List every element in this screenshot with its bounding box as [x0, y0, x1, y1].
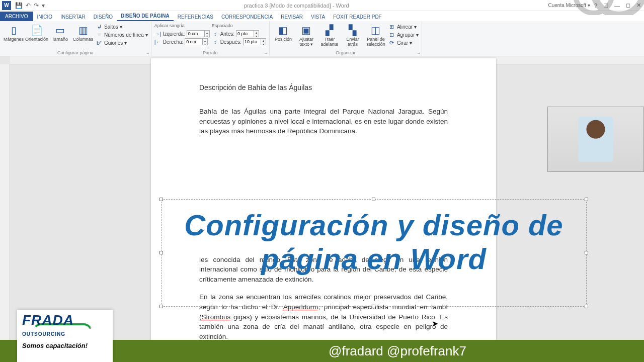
- webcam-overlay: [547, 107, 644, 172]
- breaks-icon: ↲: [96, 23, 103, 30]
- resize-handle-tm[interactable]: [372, 198, 375, 201]
- indent-left-row: →|Izquierda: ▴▾: [154, 30, 210, 37]
- account-menu[interactable]: Cuenta Microsoft ▾: [548, 3, 590, 8]
- group-label-arrange[interactable]: Organizar: [273, 50, 419, 56]
- alinear-button[interactable]: ⊞Alinear ▾: [388, 23, 419, 30]
- undo-icon[interactable]: ↶: [26, 2, 31, 9]
- window-title: practica 3 [Modo de compatibilidad] - Wo…: [45, 3, 548, 9]
- resize-handle-mr[interactable]: [585, 251, 588, 254]
- tab-foxit[interactable]: FOXIT READER PDF: [329, 13, 386, 21]
- doc-heading[interactable]: Descripción de Bahía de las Águilas: [199, 83, 448, 92]
- orientation-icon: 📄: [30, 23, 44, 37]
- social-handles: @fradard @profefrank7: [329, 343, 466, 359]
- minimize-icon[interactable]: —: [614, 3, 620, 9]
- tab-insertar[interactable]: INSERTAR: [56, 13, 90, 21]
- indent-left-input[interactable]: ▴▾: [187, 30, 210, 37]
- columnas-button[interactable]: ▥Columnas: [72, 22, 94, 42]
- save-icon[interactable]: 💾: [15, 2, 23, 9]
- position-icon: ◧: [276, 23, 290, 37]
- spacing-after-input[interactable]: ▴▾: [243, 38, 266, 45]
- tab-vista[interactable]: VISTA: [307, 13, 329, 21]
- posicion-button[interactable]: ◧Posición: [273, 22, 294, 42]
- wordart-text[interactable]: Configuración y diseño de página en Word: [162, 200, 586, 285]
- spacing-before-row: ↕Antes: ▴▾: [212, 30, 266, 37]
- girar-button[interactable]: ⟳Girar ▾: [388, 39, 419, 46]
- selection-pane-icon: ◫: [369, 23, 383, 37]
- tamano-button[interactable]: ▭Tamaño: [49, 22, 70, 42]
- hyphenation-icon: bᶜ: [96, 39, 103, 46]
- resize-handle-bl[interactable]: [159, 305, 163, 308]
- resize-handle-tl[interactable]: [159, 198, 163, 201]
- ribbon-tabs: ARCHIVO INICIO INSERTAR DISEÑO DISEÑO DE…: [0, 11, 644, 21]
- group-arrange: ◧Posición ▣Ajustar texto ▾ ▞Traer adelan…: [270, 21, 422, 56]
- maximize-icon[interactable]: ◻: [626, 2, 630, 9]
- wordart-selection-frame[interactable]: Configuración y diseño de página en Word: [161, 199, 587, 307]
- ribbon: ▯Márgenes 📄Orientación ▭Tamaño ▥Columnas…: [0, 21, 644, 56]
- numeros-linea-button[interactable]: ≡Números de línea ▾: [96, 31, 148, 38]
- logo-tagline: Somos capacitación!: [22, 342, 108, 349]
- align-icon: ⊞: [388, 23, 395, 30]
- agrupar-button[interactable]: ⊡Agrupar ▾: [388, 31, 419, 38]
- window-controls: ? ▢ — ◻ ✕: [594, 2, 641, 9]
- tab-diseno[interactable]: DISEÑO: [90, 13, 117, 21]
- traer-adelante-button[interactable]: ▞Traer adelante: [319, 22, 340, 47]
- margins-icon: ▯: [7, 23, 21, 37]
- bring-forward-icon: ▞: [323, 23, 337, 37]
- group-label-page-setup[interactable]: Configurar página: [3, 50, 148, 56]
- tab-inicio[interactable]: INICIO: [33, 13, 57, 21]
- quick-access-toolbar: 💾 ↶ ↷ ▾: [15, 2, 45, 9]
- redo-icon[interactable]: ↷: [34, 2, 39, 9]
- tab-diseno-pagina[interactable]: DISEÑO DE PÁGINA: [117, 12, 174, 21]
- doc-paragraph-1[interactable]: Bahía de las Águilas una parte integral …: [199, 107, 448, 136]
- size-icon: ▭: [53, 23, 67, 37]
- group-icon: ⊡: [388, 31, 395, 38]
- line-numbers-icon: ≡: [96, 31, 103, 38]
- resize-handle-tr[interactable]: [585, 198, 588, 201]
- logo-brand: FRADA: [22, 314, 108, 326]
- tab-revisar[interactable]: REVISAR: [277, 13, 307, 21]
- word-app-icon: W: [2, 1, 11, 10]
- tab-archivo[interactable]: ARCHIVO: [0, 12, 33, 21]
- title-bar: W 💾 ↶ ↷ ▾ practica 3 [Modo de compatibil…: [0, 0, 644, 11]
- guiones-button[interactable]: bᶜGuiones ▾: [96, 39, 148, 46]
- group-paragraph: Aplicar sangría →|Izquierda: ▴▾ |←Derech…: [151, 21, 270, 56]
- vertical-ruler[interactable]: [0, 64, 10, 357]
- tab-correspondencia[interactable]: CORRESPONDENCIA: [217, 13, 277, 21]
- ajustar-texto-button[interactable]: ▣Ajustar texto ▾: [296, 22, 317, 47]
- resize-handle-bm[interactable]: [372, 305, 375, 308]
- indent-header: Aplicar sangría: [154, 23, 210, 28]
- frada-logo-box: FRADA OUTSOURCING Somos capacitación!: [17, 310, 113, 362]
- send-backward-icon: ▚: [346, 23, 360, 37]
- group-label-paragraph[interactable]: Párrafo: [154, 50, 266, 56]
- spelling-error-2[interactable]: Strombus: [202, 313, 231, 321]
- rotate-icon: ⟳: [388, 39, 395, 46]
- tab-referencias[interactable]: REFERENCIAS: [174, 13, 217, 21]
- indent-right-input[interactable]: ▴▾: [185, 38, 208, 45]
- spacing-after-icon: ↕: [212, 38, 219, 45]
- indent-right-icon: |←: [154, 38, 162, 45]
- presenter-silhouette: [578, 117, 613, 162]
- wrap-text-icon: ▣: [299, 23, 313, 37]
- indent-left-icon: →|: [154, 30, 162, 37]
- margenes-button[interactable]: ▯Márgenes: [3, 22, 24, 42]
- columns-icon: ▥: [76, 23, 90, 37]
- indent-right-row: |←Derecha: ▴▾: [154, 38, 210, 45]
- ribbon-options-icon[interactable]: ▢: [603, 2, 608, 9]
- group-page-setup: ▯Márgenes 📄Orientación ▭Tamaño ▥Columnas…: [0, 21, 151, 56]
- enviar-atras-button[interactable]: ▚Enviar atrás: [342, 22, 363, 47]
- saltos-button[interactable]: ↲Saltos ▾: [96, 23, 148, 30]
- spacing-header: Espaciado: [212, 23, 266, 28]
- logo-subtitle: OUTSOURCING: [22, 331, 108, 337]
- spacing-after-row: ↕Después: ▴▾: [212, 38, 266, 45]
- help-icon[interactable]: ?: [594, 3, 597, 9]
- resize-handle-br[interactable]: [585, 305, 588, 308]
- close-icon[interactable]: ✕: [636, 2, 641, 9]
- resize-handle-ml[interactable]: [159, 251, 163, 254]
- panel-seleccion-button[interactable]: ◫Panel de selección: [365, 22, 386, 47]
- spacing-before-input[interactable]: ▴▾: [236, 30, 259, 37]
- spacing-before-icon: ↕: [212, 30, 219, 37]
- orientacion-button[interactable]: 📄Orientación: [26, 22, 47, 42]
